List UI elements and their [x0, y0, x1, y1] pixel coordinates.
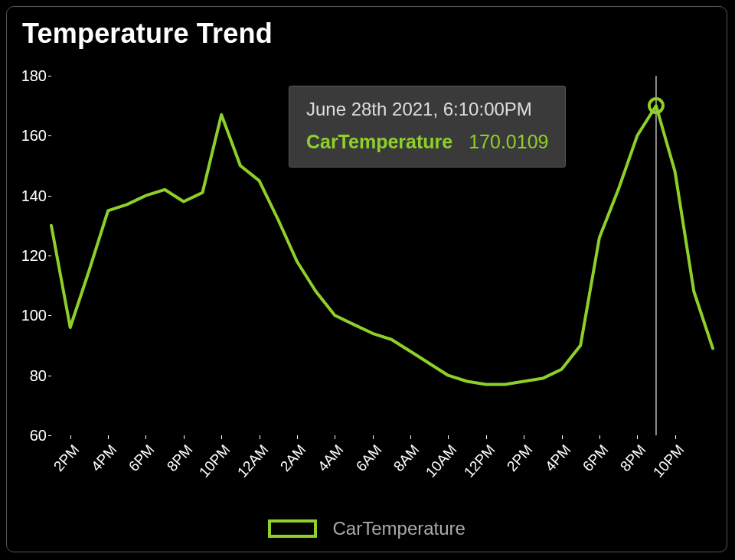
tooltip-series-name: CarTemperature — [306, 131, 452, 152]
legend-series-label: CarTemperature — [333, 518, 466, 539]
y-axis-tick-label: 120 — [21, 247, 47, 265]
y-axis-tick-label: 180 — [21, 67, 47, 85]
y-axis-tick-label: 140 — [21, 187, 47, 204]
chart-legend: CarTemperature — [7, 518, 727, 539]
chart-panel: Temperature Trend June 28th 2021, 6:10:0… — [6, 6, 727, 552]
hover-marker — [649, 76, 663, 435]
chart-plot-area[interactable]: June 28th 2021, 6:10:00PM CarTemperature… — [51, 76, 713, 435]
y-axis-tick-label: 60 — [30, 427, 47, 444]
y-axis-tick-label: 100 — [21, 307, 47, 324]
tooltip-value: 170.0109 — [469, 131, 548, 152]
tooltip-timestamp: June 28th 2021, 6:10:00PM — [306, 99, 549, 120]
legend-swatch-icon — [268, 519, 317, 538]
chart-tooltip: June 28th 2021, 6:10:00PM CarTemperature… — [289, 86, 567, 168]
chart-title: Temperature Trend — [22, 18, 273, 50]
y-axis-tick-label: 160 — [21, 127, 47, 145]
y-axis-tick-label: 80 — [30, 366, 47, 384]
